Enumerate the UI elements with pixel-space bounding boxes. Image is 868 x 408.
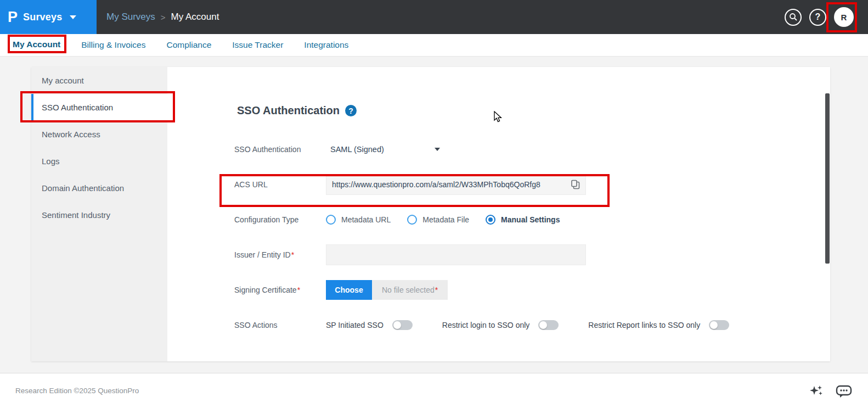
chevron-down-icon xyxy=(435,148,440,151)
sparkle-ai-icon[interactable] xyxy=(809,384,823,398)
required-asterisk: * xyxy=(291,250,294,259)
acs-url-field: https://www.questionpro.com/a/saml2/W33M… xyxy=(326,174,586,195)
required-asterisk: * xyxy=(297,286,300,294)
tab-compliance[interactable]: Compliance xyxy=(166,38,211,52)
restrict-report-links-label: Restrict Report links to SSO only xyxy=(588,321,700,329)
sso-actions-label: SSO Actions xyxy=(234,321,326,329)
product-name: Surveys xyxy=(23,12,62,23)
row-configuration-type: Configuration Type Metadata URL Metadata… xyxy=(234,209,830,230)
footer-copyright: Research Edition ©2025 QuestionPro xyxy=(15,387,139,395)
choose-file-button[interactable]: Choose xyxy=(326,280,372,300)
radio-metadata-url[interactable]: Metadata URL xyxy=(326,215,391,225)
title-help-glyph: ? xyxy=(348,107,353,115)
sidebar-item-domain-authentication[interactable]: Domain Authentication xyxy=(31,175,167,202)
row-signing-certificate: Signing Certificate* Choose No file sele… xyxy=(234,280,830,300)
sidebar-item-sentiment-industry[interactable]: Sentiment Industry xyxy=(31,202,167,228)
scrollbar-thumb[interactable] xyxy=(825,93,830,264)
radio-metadata-url-label: Metadata URL xyxy=(341,215,391,224)
sso-type-label: SSO Authentication xyxy=(234,145,326,154)
configuration-type-label: Configuration Type xyxy=(234,215,326,224)
top-header: P Surveys My Surveys > My Account ? R xyxy=(0,0,868,34)
breadcrumb: My Surveys > My Account xyxy=(106,12,219,23)
sso-type-value: SAML (Signed) xyxy=(330,145,384,154)
chat-icon[interactable] xyxy=(835,384,853,398)
radio-manual-settings-label: Manual Settings xyxy=(501,215,560,224)
page-title: SSO Authentication xyxy=(237,104,340,117)
radio-manual-settings[interactable]: Manual Settings xyxy=(486,215,560,225)
avatar-initial: R xyxy=(841,13,847,22)
acs-url-label: ACS URL xyxy=(234,180,326,189)
sidebar-item-sso-authentication[interactable]: SSO Authentication xyxy=(31,94,167,121)
tab-issue-tracker[interactable]: Issue Tracker xyxy=(232,38,283,52)
restrict-login-toggle[interactable] xyxy=(538,320,559,330)
breadcrumb-my-surveys[interactable]: My Surveys xyxy=(106,12,155,23)
restrict-login-label: Restrict login to SSO only xyxy=(442,321,530,329)
sso-settings-panel: SSO Authentication ? SSO Authentication … xyxy=(167,67,830,361)
footer-icons xyxy=(809,384,853,398)
content-card: My account SSO Authentication Network Ac… xyxy=(31,67,830,361)
sidebar-item-my-account[interactable]: My account xyxy=(31,67,167,94)
tab-my-account[interactable]: My Account xyxy=(13,37,60,53)
page: P Surveys My Surveys > My Account ? R My… xyxy=(0,0,868,408)
sso-type-select[interactable]: SAML (Signed) xyxy=(326,145,440,154)
radio-icon xyxy=(326,215,336,225)
radio-icon xyxy=(407,215,417,225)
issuer-label: Issuer / Entity ID* xyxy=(234,250,326,259)
sp-initiated-sso-label: SP Initiated SSO xyxy=(326,321,384,329)
sidebar-item-network-access[interactable]: Network Access xyxy=(31,121,167,148)
restrict-report-links-toggle[interactable] xyxy=(709,320,729,330)
account-tabbar: My Account Billing & Invoices Compliance… xyxy=(0,34,868,57)
row-acs-url: ACS URL https://www.questionpro.com/a/sa… xyxy=(234,174,830,195)
row-sso-type: SSO Authentication SAML (Signed) xyxy=(234,139,830,160)
acs-url-value: https://www.questionpro.com/a/saml2/W33M… xyxy=(332,180,570,189)
copy-icon[interactable] xyxy=(570,179,581,190)
help-icon[interactable]: ? xyxy=(809,9,826,26)
issuer-entity-id-input[interactable] xyxy=(326,244,586,265)
chevron-down-icon xyxy=(70,15,76,19)
required-asterisk: * xyxy=(435,286,438,294)
avatar[interactable]: R xyxy=(834,7,854,27)
search-icon[interactable] xyxy=(785,9,802,26)
header-actions: ? R xyxy=(785,7,868,27)
breadcrumb-separator: > xyxy=(161,13,166,22)
title-help-icon[interactable]: ? xyxy=(345,105,357,116)
radio-metadata-file-label: Metadata File xyxy=(422,215,469,224)
product-switcher[interactable]: P Surveys xyxy=(0,0,97,34)
questionpro-logo: P xyxy=(8,10,18,25)
row-issuer-entity-id: Issuer / Entity ID* xyxy=(234,244,830,265)
sidebar-item-logs[interactable]: Logs xyxy=(31,148,167,175)
tab-integrations[interactable]: Integrations xyxy=(304,38,348,52)
footer: Research Edition ©2025 QuestionPro xyxy=(0,373,868,408)
tab-billing-invoices[interactable]: Billing & Invoices xyxy=(81,38,145,52)
settings-sidebar: My account SSO Authentication Network Ac… xyxy=(31,67,167,361)
row-sso-actions: SSO Actions SP Initiated SSO Restrict lo… xyxy=(234,315,830,336)
breadcrumb-current: My Account xyxy=(171,12,219,23)
file-status: No file selected* xyxy=(372,280,448,300)
configuration-type-options: Metadata URL Metadata File Manual Settin… xyxy=(326,215,560,225)
signing-certificate-label: Signing Certificate* xyxy=(234,286,326,294)
radio-metadata-file[interactable]: Metadata File xyxy=(407,215,469,225)
help-glyph: ? xyxy=(815,12,821,22)
sso-actions-toggles: SP Initiated SSO Restrict login to SSO o… xyxy=(326,320,729,330)
sp-initiated-sso-toggle[interactable] xyxy=(392,320,413,330)
radio-icon-selected xyxy=(486,215,495,225)
